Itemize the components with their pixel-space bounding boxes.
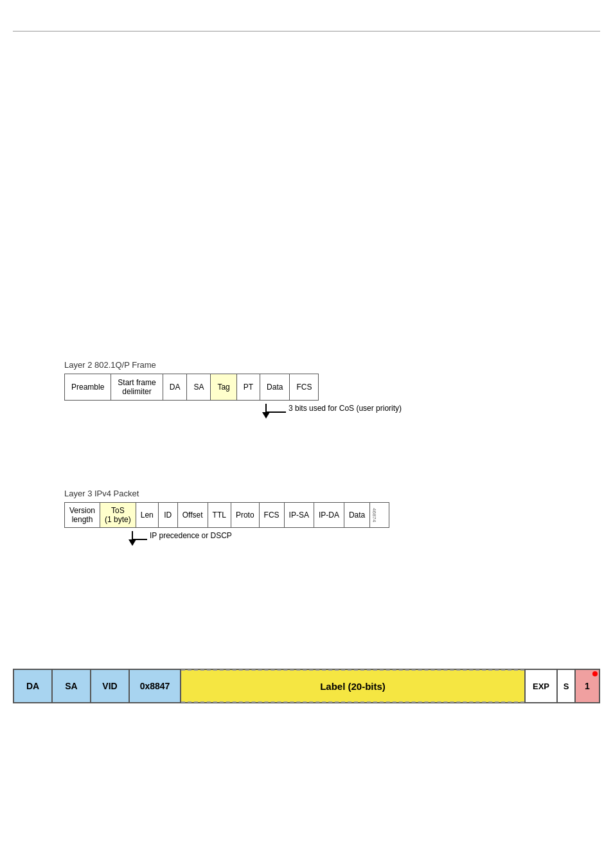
cos-annotation: 3 bits used for CoS (user priority) (262, 404, 402, 419)
label-dashes-top (181, 669, 524, 671)
layer2-cell-data: Data (260, 374, 290, 401)
ip-arrow-shape (129, 531, 147, 540)
mpls-cell-sa: SA (53, 670, 91, 702)
ip-annotation-text: IP precedence or DSCP (150, 531, 232, 540)
layer3-cell-len: Len (136, 503, 158, 528)
mpls-cell-exp: EXP (526, 670, 558, 702)
layer2-cell-pt: PT (236, 374, 260, 401)
cos-arrowhead (262, 412, 270, 419)
layer2-cell-preamble: Preamble (65, 374, 111, 401)
layer3-cell-ipda: IP-DA (314, 503, 344, 528)
layer3-cell-proto: Proto (231, 503, 259, 528)
mpls-bar: DA SA VID 0x8847 Label (20-bits) EXP S 1 (13, 669, 600, 703)
ip-arrowhead (129, 539, 136, 546)
layer3-side-number-cell: 46874 (370, 503, 389, 528)
layer2-cell-fcs: FCS (290, 374, 319, 401)
ip-arrow (129, 531, 147, 546)
layer2-cell-startframe: Start framedelimiter (111, 374, 163, 401)
mpls-cell-da: DA (14, 670, 53, 702)
layer3-cell-tos: ToS(1 byte) (100, 503, 136, 528)
mpls-cell-label: Label (20-bits) (181, 670, 526, 702)
layer2-cell-sa: SA (187, 374, 211, 401)
layer2-table-wrapper: Preamble Start framedelimiter DA SA Tag … (64, 374, 319, 401)
layer3-cell-fcs: FCS (259, 503, 284, 528)
layer2-cell-da: DA (163, 374, 187, 401)
layer3-cell-ttl: TTL (208, 503, 231, 528)
layer2-cell-tag: Tag (211, 374, 236, 401)
cos-arrow (262, 404, 286, 419)
layer3-cell-ipsa: IP-SA (284, 503, 314, 528)
layer3-cell-data: Data (344, 503, 369, 528)
layer3-label: Layer 3 IPv4 Packet (64, 489, 389, 498)
mpls-cell-last: 1 (576, 670, 599, 702)
red-dot (592, 671, 598, 676)
cos-annotation-text: 3 bits used for CoS (user priority) (289, 404, 402, 413)
layer3-table-wrapper: Versionlength ToS(1 byte) Len ID Offset … (64, 502, 389, 528)
layer3-cell-offset: Offset (177, 503, 208, 528)
label-dashes-bottom (181, 701, 524, 703)
layer2-section: Layer 2 802.1Q/P Frame Preamble Start fr… (64, 360, 402, 419)
layer2-frame-table: Preamble Start framedelimiter DA SA Tag … (64, 374, 319, 401)
mpls-bar-section: DA SA VID 0x8847 Label (20-bits) EXP S 1 (13, 669, 600, 703)
top-border (13, 31, 600, 32)
mpls-cell-s: S (558, 670, 576, 702)
layer3-cell-id: ID (158, 503, 177, 528)
layer3-frame-table: Versionlength ToS(1 byte) Len ID Offset … (64, 502, 389, 528)
mpls-cell-vid: VID (91, 670, 130, 702)
mpls-cell-ethertype: 0x8847 (130, 670, 181, 702)
layer3-cell-ver: Versionlength (65, 503, 100, 528)
layer2-label: Layer 2 802.1Q/P Frame (64, 360, 402, 370)
ip-annotation: IP precedence or DSCP (129, 531, 389, 546)
cos-arrow-shape (262, 404, 286, 413)
layer3-section: Layer 3 IPv4 Packet Versionlength ToS(1 … (64, 489, 389, 546)
layer3-side-number: 46874 (370, 507, 378, 523)
